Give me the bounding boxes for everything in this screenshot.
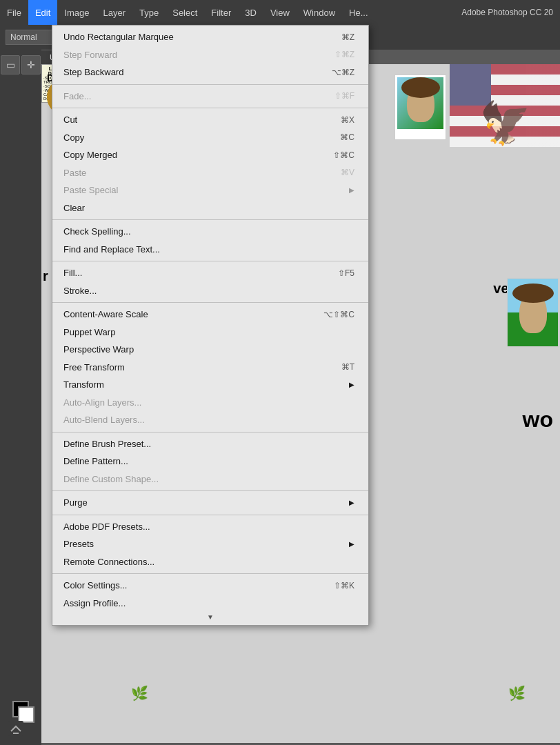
menu-item-color-settings[interactable]: Color Settings...⇧⌘K xyxy=(52,577,368,595)
menu-item-shortcut-step-backward: ⌥⌘Z xyxy=(332,66,354,79)
menu-item-label-color-settings: Color Settings... xyxy=(63,579,128,593)
menu-item-label-paste-special: Paste Special xyxy=(63,183,119,197)
menu-view[interactable]: View xyxy=(263,0,297,25)
menu-item-shortcut-undo-rect: ⌘Z xyxy=(341,31,354,43)
menu-item-label-presets: Presets xyxy=(63,537,94,551)
menu-item-label-step-forward: Step Forward xyxy=(63,48,117,62)
menu-item-find-replace[interactable]: Find and Replace Text... xyxy=(52,241,368,259)
menu-item-stroke[interactable]: Stroke... xyxy=(52,282,368,300)
app-title: Adobe Photoshop CC 20 xyxy=(461,8,560,17)
menu-select[interactable]: Select xyxy=(166,0,204,25)
menu-item-content-aware-scale[interactable]: Content-Aware Scale⌥⇧⌘C xyxy=(52,306,368,324)
menu-item-label-adobe-pdf-presets: Adobe PDF Presets... xyxy=(63,520,150,534)
menu-separator xyxy=(52,84,368,85)
wo-text: wo xyxy=(523,407,553,433)
menu-file[interactable]: File xyxy=(0,0,28,25)
menu-item-perspective-warp[interactable]: Perspective Warp xyxy=(52,341,368,359)
eagle-icon: 🦅 xyxy=(479,99,531,148)
menu-item-cut[interactable]: Cut⌘X xyxy=(52,111,368,129)
menu-item-label-cut: Cut xyxy=(63,113,77,127)
menu-item-assign-profile[interactable]: Assign Profile... xyxy=(52,595,368,613)
menu-item-step-forward: Step Forward⇧⌘Z xyxy=(52,46,368,64)
menu-item-label-define-custom-shape: Define Custom Shape... xyxy=(63,473,159,486)
menu-item-label-define-brush: Define Brush Preset... xyxy=(63,437,151,451)
menu-item-label-perspective-warp: Perspective Warp xyxy=(63,343,134,357)
menu-help[interactable]: He... xyxy=(342,0,374,25)
menu-layer[interactable]: Layer xyxy=(97,0,133,25)
menu-item-label-assign-profile: Assign Profile... xyxy=(63,597,126,610)
left-toolbar: ▭ ✛ xyxy=(0,50,41,745)
menu-separator xyxy=(52,219,368,220)
menu-separator xyxy=(52,515,368,515)
menu-item-adobe-pdf-presets[interactable]: Adobe PDF Presets... xyxy=(52,518,368,536)
menu-item-free-transform[interactable]: Free Transform⌘T xyxy=(52,359,368,377)
menu-item-paste: Paste⌘V xyxy=(52,164,368,182)
menu-item-paste-special: Paste Special xyxy=(52,181,368,199)
menu-item-shortcut-cut: ⌘X xyxy=(341,114,354,126)
menu-edit[interactable]: Edit xyxy=(28,0,57,25)
marquee-tool-button[interactable]: ▭ xyxy=(1,55,20,74)
bob-ross-img-top xyxy=(397,77,443,129)
menu-item-fade: Fade...⇧⌘F xyxy=(52,88,368,106)
menu-item-define-brush[interactable]: Define Brush Preset... xyxy=(52,435,368,453)
menu-item-label-puppet-warp: Puppet Warp xyxy=(63,326,115,339)
menu-item-label-content-aware-scale: Content-Aware Scale xyxy=(63,308,148,321)
bob-ross-figure-right xyxy=(519,292,547,333)
move-tool-button[interactable]: ✛ xyxy=(21,55,41,74)
menu-item-fill[interactable]: Fill...⇧F5 xyxy=(52,264,368,282)
menu-item-shortcut-color-settings: ⇧⌘K xyxy=(334,579,354,592)
menu-item-label-stroke: Stroke... xyxy=(63,284,97,298)
menu-separator xyxy=(52,108,368,108)
menu-item-step-backward[interactable]: Step Backward⌥⌘Z xyxy=(52,63,368,81)
menu-item-label-find-replace: Find and Replace Text... xyxy=(63,243,160,257)
menu-item-shortcut-fade: ⇧⌘F xyxy=(334,90,354,102)
menu-item-undo-rect[interactable]: Undo Rectangular Marquee⌘Z xyxy=(52,28,368,46)
menu-type[interactable]: Type xyxy=(132,0,166,25)
bob-ross-right xyxy=(507,278,559,347)
menu-item-auto-blend: Auto-Blend Layers... xyxy=(52,411,368,429)
menu-item-check-spell[interactable]: Check Spelling... xyxy=(52,223,368,241)
edit-dropdown-menu: Undo Rectangular Marquee⌘ZStep Forward⇧⌘… xyxy=(52,25,369,626)
foreground-bg-colors[interactable] xyxy=(12,701,29,717)
menu-filter[interactable]: Filter xyxy=(204,0,238,25)
menu-item-shortcut-paste: ⌘V xyxy=(341,166,354,179)
bob-ross-card-top xyxy=(394,74,446,140)
menu-item-copy-merged[interactable]: Copy Merged⇧⌘C xyxy=(52,146,368,164)
menu-bar: File Edit Image Layer Type Select Filter… xyxy=(0,0,560,25)
menu-item-label-free-transform: Free Transform xyxy=(63,361,125,375)
scroll-indicator: ▼ xyxy=(52,612,368,622)
menu-image[interactable]: Image xyxy=(57,0,96,25)
menu-item-label-define-pattern: Define Pattern... xyxy=(63,455,128,468)
menu-item-shortcut-copy-merged: ⇧⌘C xyxy=(333,149,354,161)
menu-window[interactable]: Window xyxy=(297,0,342,25)
eagle-area: 🦅 xyxy=(450,85,560,161)
menu-item-purge[interactable]: Purge xyxy=(52,494,368,512)
menu-separator xyxy=(52,432,368,433)
menu-item-define-custom-shape: Define Custom Shape... xyxy=(52,470,368,488)
menu-item-label-copy-merged: Copy Merged xyxy=(63,148,117,162)
menu-item-clear[interactable]: Clear xyxy=(52,199,368,217)
menu-3d[interactable]: 3D xyxy=(238,0,263,25)
menu-item-label-copy: Copy xyxy=(63,131,84,145)
menu-item-auto-align: Auto-Align Layers... xyxy=(52,394,368,412)
menu-item-shortcut-content-aware-scale: ⌥⇧⌘C xyxy=(323,308,354,321)
menu-item-presets[interactable]: Presets xyxy=(52,535,368,553)
export-icon[interactable] xyxy=(8,721,23,738)
menu-item-shortcut-step-forward: ⇧⌘Z xyxy=(334,48,354,61)
menu-item-label-purge: Purge xyxy=(63,496,88,510)
menu-item-shortcut-free-transform: ⌘T xyxy=(341,361,354,373)
menu-item-define-pattern[interactable]: Define Pattern... xyxy=(52,453,368,470)
menu-item-remote-connections[interactable]: Remote Connections... xyxy=(52,553,368,571)
menu-item-shortcut-fill: ⇧F5 xyxy=(338,267,354,279)
menu-item-label-fade: Fade... xyxy=(63,90,91,103)
menu-item-label-fill: Fill... xyxy=(63,266,82,280)
menu-item-copy[interactable]: Copy⌘C xyxy=(52,129,368,147)
menu-item-label-transform: Transform xyxy=(63,378,104,392)
floral-right: 🌿 xyxy=(508,685,526,702)
menu-item-label-step-backward: Step Backward xyxy=(63,66,123,79)
menu-separator xyxy=(52,490,368,491)
menu-item-transform[interactable]: Transform xyxy=(52,376,368,394)
menu-separator xyxy=(52,261,368,261)
menu-item-puppet-warp[interactable]: Puppet Warp xyxy=(52,324,368,341)
menu-separator xyxy=(52,573,368,574)
